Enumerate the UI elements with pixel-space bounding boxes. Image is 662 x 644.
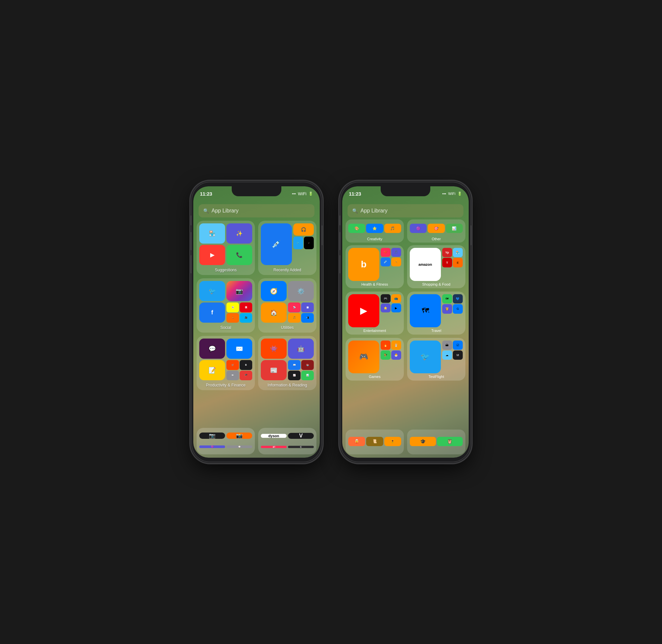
search-icon-right: 🔍 — [352, 208, 358, 213]
health-icon: ❤️ — [381, 248, 391, 257]
other-folder[interactable]: 🟣 🎯 📊 Other — [407, 220, 465, 243]
testflight-icon1: 🏔 — [442, 341, 452, 350]
zoom-icon: 🎥 — [239, 313, 252, 323]
travel-icon4: G — [453, 304, 463, 314]
folder-camera[interactable]: 📷 📸 🟣 ⌚ — [197, 428, 255, 454]
other-icon1: 🟣 — [410, 224, 427, 233]
reelgood-icon: ⭐ — [381, 303, 391, 313]
app-grid-left: 🏪 ✨ ▶ 📞 Suggestions — [197, 221, 316, 448]
recently-added-label: Recently Added — [273, 268, 301, 272]
utilities-icon2: 🎵 — [288, 313, 300, 323]
snapchat-icon: 👻 — [226, 302, 239, 313]
folder-social[interactable]: 🐦 📷 f 👻 微 🏃 🎥 Social — [197, 278, 255, 332]
search-bar-right[interactable]: 🔍 App Library — [347, 204, 463, 217]
signal-icon: ▪▪▪ — [292, 192, 296, 196]
astro-icon: 🤖 — [288, 339, 314, 359]
productivity-icon3: ✏ — [226, 371, 239, 381]
etsy-icon: E — [453, 258, 463, 267]
news-icon: 📰 — [261, 360, 287, 380]
testflight-label: TestFlight — [428, 375, 444, 378]
creativity-icon1: 🎨 — [348, 224, 365, 233]
partial-icon2: ⌚ — [226, 445, 252, 448]
partial-icon1: 🟣 — [199, 445, 225, 448]
covid-trace-icon: 💉 — [261, 223, 292, 265]
other-label: Other — [432, 237, 441, 241]
health-fitness-folder[interactable]: b ❤️ 🎵 💉 🤸 Health & Fitness — [346, 245, 404, 288]
signal-icon-right: ▪▪▪ — [442, 192, 446, 196]
entertainment-folder[interactable]: ▶ 🎮 📺 ⭐ ▶ Entertainment — [346, 292, 404, 335]
utilities-icon1: ▦ — [301, 302, 314, 313]
maps-icon: 🗺 — [410, 294, 441, 327]
shopping-food-folder[interactable]: amazon Yp 🏪 T E Shopping & Food — [407, 245, 465, 288]
games-icon1: 🔥 — [381, 341, 391, 350]
notes-icon: 📝 — [199, 360, 225, 380]
testflight-folder[interactable]: 🐦 🏔 ☑ ☁ M TestFlight — [407, 338, 465, 381]
games-folder[interactable]: 🎮 🔥 🐰 🐓 🐣 Games — [346, 338, 404, 381]
fitness-icon3: 🤸 — [391, 257, 401, 267]
health-fitness-label: Health & Fitness — [362, 282, 388, 286]
reddit-icon: 👾 — [261, 339, 287, 359]
right-phone: 11:23 ▪▪▪ WiFi 🔋 🔍 App Library 🎨 ⭐ 🎵 — [341, 182, 470, 462]
camera2-icon-partial: 📸 — [226, 433, 252, 439]
creativity-icon3: 🎵 — [384, 224, 401, 233]
notch-right — [381, 186, 430, 196]
fortnite-icon: 🎮 — [348, 341, 379, 374]
camera-icon-partial: 📷 — [199, 433, 225, 439]
reading-icon2: 📚 — [301, 360, 314, 370]
dyson-icon-partial: dyson — [261, 434, 287, 438]
prime-icon: 📺 — [391, 294, 401, 303]
games-label: Games — [369, 375, 380, 378]
travel-label: Travel — [431, 329, 441, 332]
volume-up-button-right — [339, 232, 341, 250]
volume-down-button-right — [339, 255, 341, 273]
reading-icon4: 📊 — [301, 371, 314, 381]
main-grid-right: b ❤️ 🎵 💉 🤸 Health & Fitness amazon — [346, 245, 465, 427]
left-screen: 11:23 ▪▪▪ WiFi 🔋 🔍 App Library 🏪 ✨ — [193, 186, 320, 458]
home-icon: 🏠 — [261, 302, 287, 323]
mute-button-right — [339, 215, 341, 225]
runkeeper-icon: 🏃 — [226, 313, 239, 323]
partial-icon3: 🏷 — [261, 446, 287, 448]
power-button — [321, 225, 323, 245]
amazon-icon: amazon — [410, 248, 441, 281]
tweetbot-social-icon: 🐦 — [199, 281, 225, 301]
tiktok-icon: ♪ — [304, 237, 314, 249]
bottom-icon3-right: 🌻 — [384, 437, 401, 446]
search-bar-left[interactable]: 🔍 App Library — [199, 204, 315, 217]
status-icons-left: ▪▪▪ WiFi 🔋 — [292, 191, 313, 196]
wifi-icon: WiFi — [298, 191, 306, 196]
facebook-icon: f — [199, 302, 225, 323]
partial-bottom-row-right: 🧝 📜 🌻 🎓 🦉 — [346, 430, 465, 454]
shopping-icon1: 🏪 — [453, 248, 463, 257]
folder-dyson[interactable]: dyson V 🏷 C — [258, 428, 316, 454]
productivity-icon2: B — [239, 360, 252, 370]
folder-utilities[interactable]: 🧭 ⚙️ 🏠 📡 ▦ 🎵 📲 Utilities — [258, 278, 316, 332]
safari-icon: 🧭 — [261, 281, 287, 301]
folder-productivity[interactable]: 💬 ✉️ 📝 🛒 B ✏ 🏴 Productivity & Finance — [197, 336, 255, 390]
notch — [232, 186, 281, 196]
volume-up-button — [190, 232, 192, 250]
youtube-entertainment-icon: ▶ — [348, 294, 379, 327]
bottom-icon1-right: 🧝 — [348, 437, 365, 446]
travel-icon1: 🗺 — [442, 294, 452, 303]
bottom-folder-right-right[interactable]: 🎓 🦉 — [407, 430, 465, 454]
folder-suggestions[interactable]: 🏪 ✨ ▶ 📞 Suggestions — [197, 221, 255, 275]
creativity-folder[interactable]: 🎨 ⭐ 🎵 Creativity — [346, 220, 404, 243]
tweetbot-icon: 🐦 — [293, 237, 303, 249]
bottom-folder-left-right[interactable]: 🧝 📜 🌻 — [346, 430, 404, 454]
folder-suggestions-icons: 🏪 ✨ ▶ 📞 — [197, 221, 255, 267]
target-icon: T — [442, 258, 452, 267]
testflight-icon3: ☁ — [442, 350, 452, 360]
folder-information[interactable]: 👾 🤖 📰 📖 📚 📈 📊 Information & Reading — [258, 336, 316, 390]
shopping-food-label: Shopping & Food — [422, 282, 450, 286]
battery-icon-right: 🔋 — [457, 192, 462, 196]
mail-icon: ✉️ — [226, 339, 252, 359]
travel-folder[interactable]: 🗺 🗺 💙 👸 G Travel — [407, 292, 465, 335]
volume-down-button — [190, 255, 192, 273]
battery-icon: 🔋 — [309, 192, 313, 196]
folder-recently-added[interactable]: 💉 🎧 🐦 ♪ Recently Added — [258, 221, 316, 275]
instagram-icon: 📷 — [226, 281, 252, 301]
bottom-icon2-right: 📜 — [366, 437, 383, 446]
games-icon4: 🐣 — [391, 350, 401, 360]
productivity-label: Productivity & Finance — [206, 383, 245, 388]
